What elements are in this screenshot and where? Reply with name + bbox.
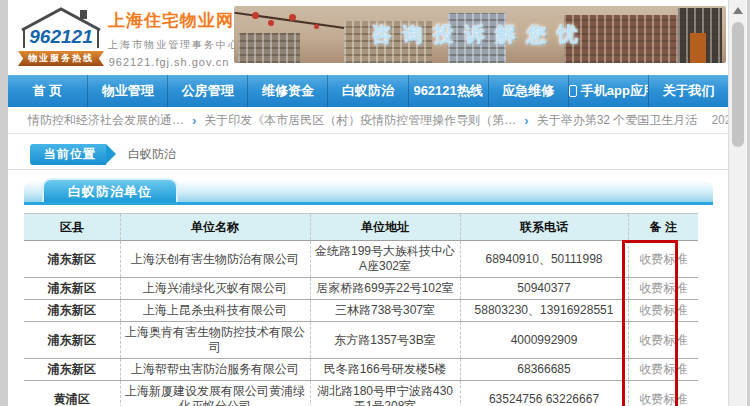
table-row: 浦东新区 上海沃创有害生物防治有限公司 金统路199号大族科技中心A座302室 … [24,241,698,278]
cell-district: 黄浦区 [24,381,120,406]
mobile-phone-icon [569,85,577,97]
cell-phone: 50940377 [460,278,628,300]
table-row: 浦东新区 上海上昆杀虫科技有限公司 三林路738号307室 58803230、1… [24,300,698,322]
breadcrumb: 当前位置 白蚁防治 [8,139,728,170]
logo-ribbon: 物业服务热线 [18,51,104,66]
fee-standard-link[interactable]: 收费标准 [639,252,687,266]
nav-item-mobile-app[interactable]: 手机app应用 [568,75,648,107]
nav-label: 白蚁防治 [342,83,394,98]
col-header-phone: 联系电话 [460,214,628,241]
col-header-remark: 备 注 [628,214,698,241]
cell-district: 浦东新区 [24,300,120,322]
blossom-icon [289,14,296,21]
news-ticker: 情防控和经济社会发展的通… › 关于印发《本市居民区（村）疫情防控管理操作导则（… [8,107,728,134]
nav-item-repair-funds[interactable]: 维修资金 [247,75,327,107]
nav-label: 手机app应用 [581,83,648,98]
ticker-separator-icon: › [524,113,528,128]
section-tab-bar: 白蚁防治单位 [24,181,713,205]
vertical-scrollbar[interactable] [728,0,747,406]
main-nav: 首 页 物业管理 公房管理 维修资金 白蚁防治 962121热线 应急维修 手机… [8,75,728,107]
ticker-item-1[interactable]: 情防控和经济社会发展的通… [28,112,184,129]
ticker-separator-icon: › [192,113,196,128]
table-row: 浦东新区 上海奥肯有害生物防控技术有限公司 东方路1357号3B室 400099… [24,322,698,359]
col-header-address: 单位地址 [310,214,460,241]
nav-item-home[interactable]: 首 页 [8,75,87,107]
breadcrumb-current-page[interactable]: 白蚁防治 [128,146,176,163]
cell-company-name: 上海奥肯有害生物防控技术有限公司 [120,322,310,359]
fee-standard-link[interactable]: 收费标准 [639,362,687,376]
nav-label: 首 页 [33,83,63,98]
fee-standard-link[interactable]: 收费标准 [639,392,687,406]
cell-phone: 68366685 [460,359,628,381]
site-url: 962121.fgj.sh.gov.cn [108,56,230,68]
nav-label: 物业管理 [102,83,154,98]
nav-label: 维修资金 [262,83,314,98]
cell-district: 浦东新区 [24,278,120,300]
date-weather: 2020年6月1日 星期一 多云 22-29℃ [711,112,728,129]
table-row: 黄浦区 上海新厦建设发展有限公司黄浦绿化灭蚁分公司 湖北路180号甲宁波路430… [24,381,698,406]
tab-termite-units[interactable]: 白蚁防治单位 [42,178,178,202]
cell-address: 湖北路180号甲宁波路430弄1号208室 [310,381,460,406]
page-content: 962121 物业服务热线 上海住宅物业网 上海市物业管理事务中心 962121… [8,0,728,406]
nav-label: 应急维修 [502,83,554,98]
table-row: 浦东新区 上海帮帮虫害防治服务有限公司 民冬路166号研发楼5楼 6836668… [24,359,698,381]
nav-label: 关于我们 [662,83,714,98]
header-banner-image: 咨询投诉解您忧 [234,6,726,63]
site-logo[interactable]: 962121 物业服务热线 [18,4,104,70]
breadcrumb-label: 当前位置 [30,144,106,165]
cell-phone: 63524756 63226667 [460,381,628,406]
ticker-item-3[interactable]: 关于举办第32 个爱国卫生月活 [537,112,698,129]
cell-address: 东方路1357号3B室 [310,322,460,359]
cell-district: 浦东新区 [24,359,120,381]
blossom-icon [252,12,259,19]
nav-item-property-management[interactable]: 物业管理 [87,75,167,107]
cell-address: 居家桥路699弄22号102室 [310,278,460,300]
site-header: 962121 物业服务热线 上海住宅物业网 上海市物业管理事务中心 962121… [8,0,728,75]
cell-company-name: 上海兴浦绿化灭蚁有限公司 [120,278,310,300]
cell-district: 浦东新区 [24,241,120,278]
nav-item-hotline[interactable]: 962121热线 [408,75,488,107]
nav-item-termite-control[interactable]: 白蚁防治 [327,75,407,107]
table-row: 浦东新区 上海兴浦绿化灭蚁有限公司 居家桥路699弄22号102室 509403… [24,278,698,300]
cell-phone: 4000992909 [460,322,628,359]
nav-item-emergency-repair[interactable]: 应急维修 [488,75,568,107]
scrollbar-thumb[interactable] [732,22,744,147]
fee-standard-link[interactable]: 收费标准 [639,333,687,347]
cell-company-name: 上海帮帮虫害防治服务有限公司 [120,359,310,381]
cell-address: 金统路199号大族科技中心A座302室 [310,241,460,278]
cell-address: 三林路738号307室 [310,300,460,322]
nav-label: 公房管理 [182,83,234,98]
browser-viewport: 962121 物业服务热线 上海住宅物业网 上海市物业管理事务中心 962121… [0,0,750,406]
site-title-block: 上海住宅物业网 上海市物业管理事务中心 962121.fgj.sh.gov.cn [108,9,230,68]
cell-company-name: 上海上昆杀虫科技有限公司 [120,300,310,322]
fee-standard-link[interactable]: 收费标准 [639,303,687,317]
cell-phone: 68940910、50111998 [460,241,628,278]
table-header-row: 区县 单位名称 单位地址 联系电话 备 注 [24,214,698,241]
banner-slogan: 咨询投诉解您忧 [234,21,726,48]
col-header-district: 区县 [24,214,120,241]
fee-standard-link[interactable]: 收费标准 [639,281,687,295]
site-subtitle: 上海市物业管理事务中心 [108,38,230,52]
nav-item-about-us[interactable]: 关于我们 [648,75,728,107]
col-header-name: 单位名称 [120,214,310,241]
cell-company-name: 上海沃创有害生物防治有限公司 [120,241,310,278]
cell-district: 浦东新区 [24,322,120,359]
site-title: 上海住宅物业网 [108,9,230,32]
cell-phone: 58803230、13916928551 [460,300,628,322]
cell-company-name: 上海新厦建设发展有限公司黄浦绿化灭蚁分公司 [120,381,310,406]
ticker-item-2[interactable]: 关于印发《本市居民区（村）疫情防控管理操作导则（第… [204,112,516,129]
termite-units-table: 区县 单位名称 单位地址 联系电话 备 注 浦东新区 上海沃创有害生物防治有限公… [24,213,698,406]
nav-item-public-housing[interactable]: 公房管理 [167,75,247,107]
cell-address: 民冬路166号研发楼5楼 [310,359,460,381]
nav-label: 962121热线 [413,83,482,98]
scroll-up-arrow-icon[interactable] [733,7,743,14]
logo-hotline-number: 962121 [18,26,104,48]
